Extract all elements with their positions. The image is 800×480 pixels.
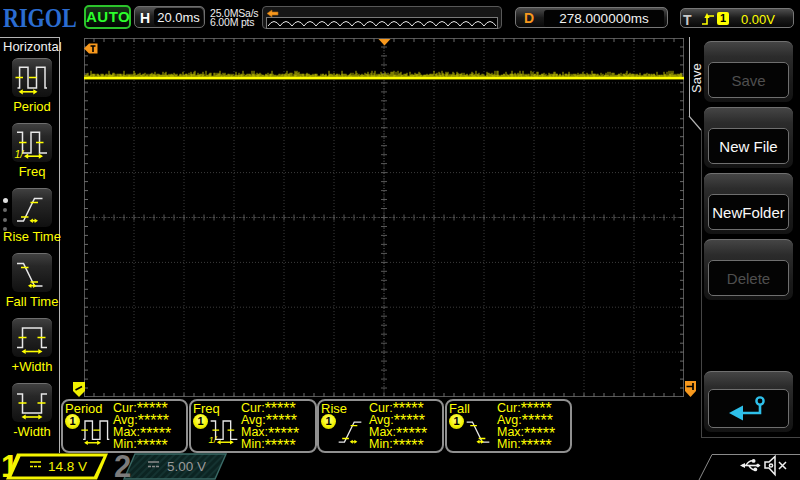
svg-text:1/: 1/ — [208, 435, 217, 445]
svg-text:1/: 1/ — [15, 148, 25, 160]
